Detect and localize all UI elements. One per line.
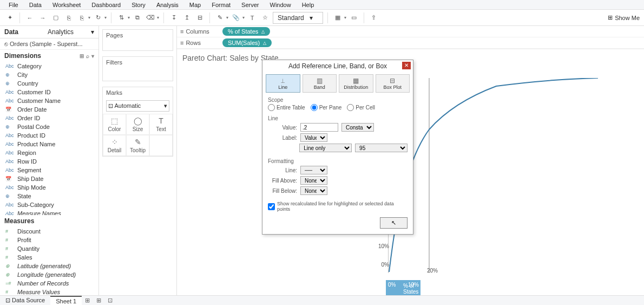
datasource-tab[interactable]: ⊡ Data Source [0,296,50,305]
radio-entire-table[interactable]: Entire Table [268,104,305,111]
totals-icon[interactable]: ⊟ [194,12,205,23]
presentation-icon[interactable]: ▭ [349,12,359,23]
field-sales[interactable]: #Sales [0,253,98,262]
marks-detail[interactable]: ⁘Detail [103,135,126,156]
menu-window[interactable]: Window [265,1,297,9]
value-input[interactable] [300,123,338,132]
dialog-tab-distribution[interactable]: ▦Distribution [339,74,373,93]
rows-pill[interactable]: SUM(Sales)△ [222,38,272,47]
field-category[interactable]: AbcCategory [0,62,98,70]
field-segment[interactable]: AbcSegment [0,166,98,174]
fill-above-select[interactable]: None [300,176,327,185]
refresh-icon[interactable]: ↻ [93,12,103,23]
lineonly-select[interactable]: Line only [299,144,352,152]
menu-worksheet[interactable]: Worksheet [47,1,86,9]
field-customer-id[interactable]: AbcCustomer ID [0,88,98,96]
field-city[interactable]: ⊕City [0,70,98,79]
field-product-name[interactable]: AbcProduct Name [0,140,98,148]
marks-size[interactable]: ◯Size [126,114,149,135]
menu-icon[interactable]: ▾ [91,53,94,59]
swap-icon[interactable]: ⇅ [116,12,127,23]
label-select[interactable]: Value [300,133,327,142]
fit-select[interactable]: Standard ▾ [273,12,323,24]
sort-asc-icon[interactable]: ↧ [168,12,179,23]
field-product-id[interactable]: AbcProduct ID [0,131,98,140]
cards-icon[interactable]: ▦ [332,12,343,23]
datasource-row[interactable]: ⎋ Orders (Sample - Superst... [0,38,98,50]
dialog-tab-boxplot[interactable]: ⊟Box Plot [376,74,410,93]
ok-button[interactable]: ↖ [380,217,408,229]
marks-type-select[interactable]: ⊡ Automatic▾ [106,100,169,112]
field-discount[interactable]: #Discount [0,227,98,236]
new-story-icon[interactable]: ⊡ [104,296,116,305]
sheet1-tab[interactable]: Sheet 1 [50,296,82,306]
menu-help[interactable]: Help [297,1,320,9]
tab-data[interactable]: Data [0,26,43,38]
lineonly-value-select[interactable]: 95 [355,144,408,152]
columns-pill[interactable]: % of States△ [222,27,270,36]
columns-shelf[interactable]: ≡ Columns % of States△ [177,26,644,37]
field-region[interactable]: AbcRegion [0,148,98,157]
field-row-id[interactable]: AbcRow ID [0,157,98,166]
clear-icon[interactable]: ⌫ [145,12,156,23]
menu-data[interactable]: Data [24,1,47,9]
line-style-select[interactable]: ── [300,166,327,174]
field-ship-mode[interactable]: AbcShip Mode [0,183,98,192]
back-icon[interactable]: ← [24,12,35,23]
field-postal-code[interactable]: ⊕Postal Code [0,122,98,131]
highlight-icon[interactable]: ✎ [214,12,225,23]
field-profit[interactable]: #Profit [0,236,98,244]
menu-analysis[interactable]: Analysis [151,1,184,9]
close-icon[interactable]: ✕ [402,62,411,69]
sort-desc-icon[interactable]: ↥ [181,12,192,23]
field-order-id[interactable]: AbcOrder ID [0,114,98,122]
forward-icon[interactable]: → [37,12,48,23]
field-longitude-generated-[interactable]: ⊕Longitude (generated) [0,270,98,279]
menu-dashboard[interactable]: Dashboard [86,1,126,9]
menu-file[interactable]: File [3,1,24,9]
field-ship-date[interactable]: 📅Ship Date [0,174,98,183]
field-country[interactable]: ⊕Country [0,79,98,88]
label-icon[interactable]: T [247,12,258,23]
save-icon[interactable]: ▢ [50,12,61,23]
field-state[interactable]: ⊕State [0,192,98,200]
menu-map[interactable]: Map [184,1,206,9]
rows-shelf[interactable]: ≡ Rows SUM(Sales)△ [177,37,644,49]
filters-card[interactable]: Filters [102,56,173,81]
marks-tooltip[interactable]: ✎Tooltip [126,135,149,156]
menu-server[interactable]: Server [236,1,264,9]
x-axis[interactable]: 0%10%20%30%40%50%60%70%80%90%100% % of S… [386,280,420,295]
field-quantity[interactable]: #Quantity [0,244,98,253]
pages-card[interactable]: Pages [102,29,173,51]
field-number-of-records[interactable]: =#Number of Records [0,279,98,288]
marks-text[interactable]: TText [149,114,173,135]
menu-story[interactable]: Story [126,1,151,9]
field-customer-name[interactable]: AbcCustomer Name [0,96,98,105]
new-dashboard-icon[interactable]: ⊞ [93,296,104,305]
recalc-checkbox[interactable]: Show recalculated line for highlighted o… [268,201,408,212]
dialog-tab-line[interactable]: ⟂Line [266,74,300,93]
pin-icon[interactable]: 📎 [231,12,241,23]
radio-per-pane[interactable]: Per Pane [311,104,342,111]
tab-analytics[interactable]: Analytics [43,26,87,38]
new-sheet-icon[interactable]: ⊞ [82,296,93,305]
search-icon[interactable]: ⌕ [86,53,89,59]
fix-axis-icon[interactable]: ☆ [260,12,271,23]
new-datasource-icon[interactable]: ⎘ [63,12,74,23]
radio-per-cell[interactable]: Per Cell [347,104,375,111]
value-type-select[interactable]: Constant [341,123,374,132]
field-measure-names[interactable]: AbcMeasure Names [0,209,98,215]
duplicate-icon[interactable]: ⧉ [132,12,143,23]
field-sub-category[interactable]: AbcSub-Category [0,200,98,209]
show-me-button[interactable]: ⊞ Show Me [608,14,640,21]
field-order-date[interactable]: 📅Order Date [0,105,98,114]
field-measure-values[interactable]: #Measure Values [0,288,98,295]
view-icon[interactable]: ⊞ [80,53,84,59]
new-worksheet-icon[interactable]: ⎘ [76,12,87,23]
tab-dropdown-icon[interactable]: ▾ [87,26,98,38]
dialog-tab-band[interactable]: ▥Band [303,74,337,93]
marks-color[interactable]: ⬚Color [103,114,126,135]
menu-format[interactable]: Format [206,1,236,9]
fill-below-select[interactable]: None [300,186,327,195]
field-latitude-generated-[interactable]: ⊕Latitude (generated) [0,262,98,270]
